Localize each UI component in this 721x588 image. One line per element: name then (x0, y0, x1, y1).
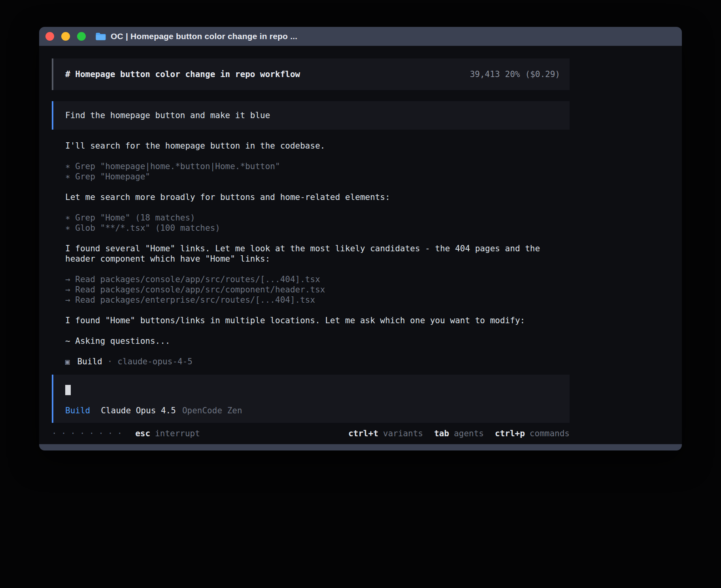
session-stats: 39,413 20% ($0.29) (470, 70, 560, 79)
terminal-content: # Homepage button color change in repo w… (39, 46, 682, 444)
agent-separator: · (108, 356, 113, 367)
shortcut-commands: ctrl+p commands (495, 428, 570, 439)
shortcut-key: ctrl+p (495, 428, 525, 439)
shortcut-label: interrupt (155, 428, 200, 439)
tool-call-line: → Read packages/enterprise/src/routes/[.… (65, 295, 559, 305)
shortcut-key: tab (434, 428, 449, 439)
session-cost: ($0.29) (525, 70, 560, 79)
shortcut-label: variants (383, 428, 423, 439)
input-mode-label: Build (65, 405, 90, 416)
token-count: 39,413 (470, 70, 500, 79)
input-provider-label: OpenCode Zen (182, 405, 242, 416)
user-message: Find the homepage button and make it blu… (52, 101, 570, 130)
prompt-input[interactable]: Build Claude Opus 4.5 OpenCode Zen (52, 375, 570, 423)
shortcut-label: commands (530, 428, 570, 439)
folder-icon (95, 32, 106, 41)
minimize-window-button[interactable] (61, 32, 70, 41)
text-cursor (65, 385, 71, 395)
tool-call-line: ∗ Grep "homepage|home.*button|Home.*butt… (65, 161, 559, 172)
terminal-window: OC | Homepage button color change in rep… (39, 27, 682, 450)
tool-call-line: ∗ Grep "Homepage" (65, 172, 559, 182)
zoom-window-button[interactable] (77, 32, 86, 41)
tool-call-line: ∗ Glob "**/*.tsx" (100 matches) (65, 223, 559, 233)
assistant-message-line: I found several "Home" links. Let me loo… (65, 243, 559, 264)
shortcut-variants: ctrl+t variants (348, 428, 423, 439)
spinner-dots: ········ (52, 428, 126, 439)
agent-icon: ▣ (65, 356, 70, 367)
conversation: I'll search for the homepage button in t… (52, 141, 570, 346)
input-model-label: Claude Opus 4.5 (101, 405, 176, 416)
status-bar: ········ esc interrupt ctrl+t variants t… (52, 428, 570, 439)
agent-name: Build (77, 356, 102, 367)
window-title: OC | Homepage button color change in rep… (111, 32, 297, 41)
assistant-message-line: Let me search more broadly for buttons a… (65, 192, 559, 202)
tool-call-line: ∗ Grep "Home" (18 matches) (65, 213, 559, 223)
desktop: { "window": { "title": "OC | Homepage bu… (0, 0, 721, 588)
user-message-text: Find the homepage button and make it blu… (65, 111, 270, 120)
agent-model: claude-opus-4-5 (117, 356, 193, 367)
status-left: ········ esc interrupt (52, 428, 200, 439)
traffic-lights (45, 32, 86, 41)
close-window-button[interactable] (45, 32, 54, 41)
status-right: ctrl+t variants tab agents ctrl+p comman… (348, 428, 570, 439)
assistant-status-line: ~ Asking questions... (65, 336, 559, 346)
input-meta: Build Claude Opus 4.5 OpenCode Zen (65, 405, 560, 416)
agent-status-line: ▣ Build · claude-opus-4-5 (52, 356, 570, 367)
shortcut-label: agents (454, 428, 484, 439)
tool-call-line: → Read packages/console/app/src/componen… (65, 285, 559, 295)
shortcut-esc: esc interrupt (135, 428, 200, 439)
session-header: # Homepage button color change in repo w… (52, 58, 570, 90)
session-title: # Homepage button color change in repo w… (65, 70, 300, 79)
shortcut-key: esc (135, 428, 150, 439)
tool-call-line: → Read packages/console/app/src/routes/[… (65, 274, 559, 285)
context-percent: 20% (505, 70, 520, 79)
assistant-message-line: I'll search for the homepage button in t… (65, 141, 559, 151)
shortcut-agents: tab agents (434, 428, 484, 439)
assistant-message-line: I found "Home" buttons/links in multiple… (65, 315, 559, 326)
shortcut-key: ctrl+t (348, 428, 378, 439)
titlebar[interactable]: OC | Homepage button color change in rep… (39, 27, 682, 46)
